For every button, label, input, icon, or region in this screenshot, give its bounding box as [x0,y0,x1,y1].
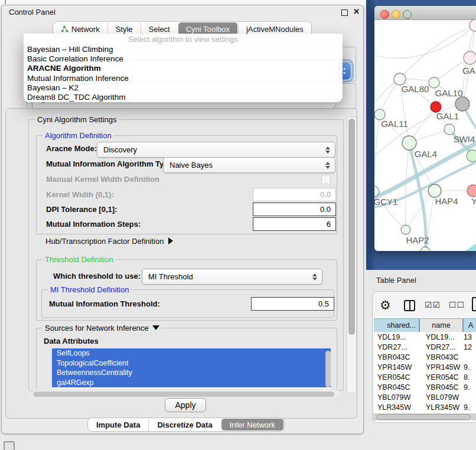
minimize-traffic-light-icon[interactable] [392,10,400,19]
data-attributes-list[interactable]: SelfLoopsTopologicalCoefficientBetweenne… [52,348,331,389]
table-cell: YDL19... [420,332,461,342]
tab-infer-network[interactable]: Infer Network [221,419,283,431]
column-header-name[interactable]: name [420,319,464,332]
algorithm-option[interactable]: Mutual Information Inference [24,74,343,83]
apply-button[interactable]: Apply [165,398,206,412]
settings-hscrollbar[interactable] [31,390,340,397]
manual-kernel-checkbox[interactable] [321,175,331,184]
network-node[interactable] [444,124,455,135]
which-threshold-combo[interactable]: MI Threshold [142,269,322,285]
top-strip [0,0,366,5]
zoom-traffic-light-icon[interactable] [403,10,412,19]
attribute-list-item[interactable]: BetweennessCentrality [52,368,331,378]
table-row[interactable]: YBR043CYBR043C [374,352,476,362]
network-node[interactable] [464,51,476,64]
algorithm-option[interactable]: Dream8 DC_TDC Algorithm [24,93,343,102]
table-row[interactable]: YER054CYER054C8. [374,372,476,382]
split-column-icon[interactable] [404,300,415,311]
kernel-width-field[interactable]: 0.0 [253,188,336,201]
threshold-definition-group: Threshold Definition Which threshold to … [36,259,337,321]
cyni-algorithm-settings-group: Cyni Algorithm Settings Algorithm Defini… [28,119,344,391]
table-cell: YLR345W [420,402,461,412]
table-row[interactable]: YPR145WYPR145W9. [374,362,476,372]
table-cell: YBR045C [420,382,461,392]
page-icon[interactable] [472,297,476,311]
dpi-tolerance-field[interactable]: 0.0 [253,203,336,216]
stepper-icon [325,146,330,154]
close-traffic-light-icon[interactable] [380,10,389,19]
group-title: Cyni Algorithm Settings [35,115,119,124]
aracne-mode-combo[interactable]: Discovery [97,142,335,158]
stepper-icon [325,162,330,169]
network-node-label: GAL [462,66,476,76]
table-hscrollbar[interactable] [373,413,476,420]
network-node[interactable] [428,184,441,197]
network-node-label: SWI4 [454,134,475,144]
table-hscrollbar-thumb[interactable] [376,414,471,420]
network-node-label: GAL80 [402,84,429,94]
table-row[interactable]: YBR045CYBR045C9. [374,382,476,392]
network-edge[interactable] [405,143,409,230]
network-node[interactable] [394,73,406,85]
algorithm-option[interactable]: Bayesian – K2 [24,83,343,93]
settings-vscrollbar[interactable] [347,117,357,393]
mi-threshold-field[interactable]: 0.5 [251,297,334,311]
network-edge-highlighted[interactable] [429,244,476,251]
table-cell: YDR27... [420,342,461,352]
mini-window-button[interactable] [4,441,15,450]
network-node[interactable] [402,136,416,150]
table-row[interactable]: YBL079WYBL079W [374,392,476,402]
popup-hint: Select algorithm to view settings [24,34,343,45]
algorithm-option[interactable]: ARACNE Algorithm [24,64,343,73]
checked-boxes-icon[interactable]: ☑☑ [425,300,441,309]
close-icon[interactable]: ✕ [353,7,360,16]
algorithm-definition-group: Algorithm Definition Aracne Mode: Discov… [36,135,337,234]
mi-steps-label: Mutual Information Steps: [46,220,141,229]
network-node-label: Y [471,196,476,206]
table-cell: YBR043C [420,352,461,362]
network-icon [61,25,69,32]
attribute-list-item[interactable]: SelfLoops [52,348,331,358]
tab-discretize-data[interactable]: Discretize Data [148,418,220,431]
tab-impute-data[interactable]: Impute Data [88,418,148,431]
network-node[interactable] [401,225,410,234]
table-row[interactable]: YDR27...YDR27...12 [374,342,476,352]
network-node-label: GCY1 [374,197,397,207]
network-node[interactable] [429,77,439,88]
network-window-titlebar[interactable] [374,6,476,20]
attribute-list-item[interactable]: TopologicalCoefficient [52,358,331,369]
network-node[interactable] [467,150,476,162]
column-header-shared[interactable]: shared... [374,319,420,332]
settings-hscrollbar-thumb[interactable] [33,392,334,397]
mi-type-combo[interactable]: Naive Bayes [163,157,335,173]
mi-threshold-label: Mutual Information Threshold: [49,299,160,308]
table-cell: YPR145W [420,362,461,372]
table-row[interactable]: YLR345WYLR345W9. [374,402,476,412]
network-canvas[interactable]: GALGAL80GAL10GAL1GAL11SWI4GAL4GCY1HAP4YH… [374,20,476,251]
network-node[interactable] [467,185,476,197]
attribute-list-item[interactable]: gal4RGexp [52,378,331,388]
aracne-mode-label: Aracne Mode: [46,144,97,153]
table-body: YDL19...YDL19...13YDR27...YDR27...12YBR0… [374,332,476,422]
network-node[interactable] [455,97,470,111]
list-scrollbar-thumb[interactable] [325,351,331,387]
sources-title[interactable]: Sources for Network Inference [43,324,162,332]
hub-definition-toggle[interactable]: Hub/Transcription Factor Definition [45,237,173,246]
float-window-icon[interactable] [341,9,348,16]
network-edge[interactable] [374,25,475,58]
gear-icon[interactable]: ⚙ [380,298,391,312]
mi-steps-field[interactable]: 6 [253,217,336,231]
algorithm-option[interactable]: Bayesian – Hill Climbing [24,45,343,54]
table-cell: YPR145W [374,362,420,372]
column-header-partial[interactable]: A [464,319,476,332]
expand-right-icon [168,237,173,244]
unchecked-boxes-icon[interactable]: ☐☐ [449,300,465,309]
collapse-down-icon [152,325,159,330]
settings-vscrollbar-thumb[interactable] [348,119,355,335]
network-edge[interactable] [374,115,380,191]
table-row[interactable]: YDL19...YDL19...13 [374,332,476,342]
algorithm-option[interactable]: Basic Correlation Inference [24,54,343,64]
sources-group: Sources for Network Inference Data Attri… [36,328,337,390]
network-node[interactable] [420,247,430,251]
table-cell: YER054C [374,372,420,382]
